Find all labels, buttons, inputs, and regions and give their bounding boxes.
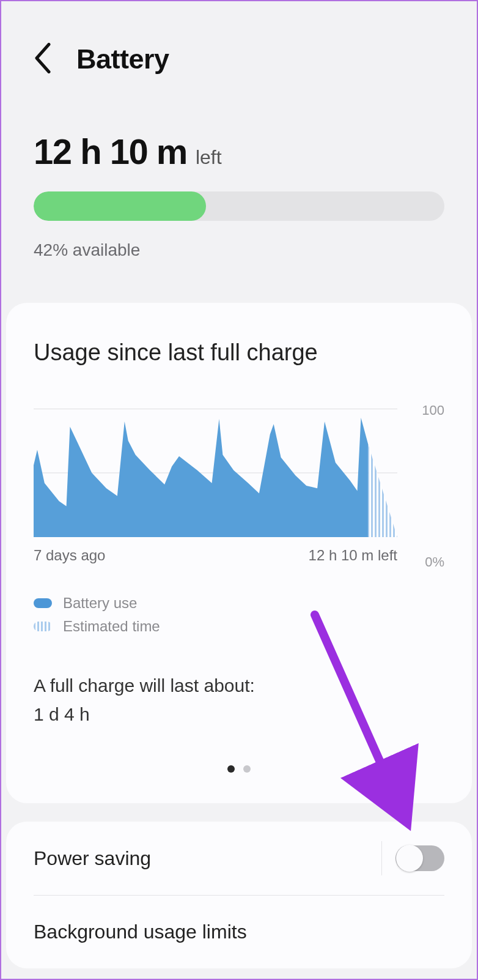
time-left-suffix: left <box>196 146 222 169</box>
time-left-value: 12 h 10 m <box>34 131 187 172</box>
battery-summary: 12 h 10 m left 42% available <box>0 94 478 303</box>
usage-card: Usage since last full charge 100 0% 7 da… <box>6 303 472 803</box>
power-saving-row[interactable]: Power saving <box>34 822 444 895</box>
percent-available: 42% available <box>34 240 444 260</box>
usage-chart-svg <box>34 409 397 537</box>
power-saving-label: Power saving <box>34 847 151 870</box>
time-left: 12 h 10 m left <box>34 131 444 172</box>
battery-progress-fill <box>34 191 206 221</box>
xaxis-left-label: 7 days ago <box>34 547 105 564</box>
full-charge-estimate: A full charge will last about: 1 d 4 h <box>34 672 444 729</box>
pager-dots[interactable] <box>34 765 444 773</box>
settings-list: Power saving Background usage limits <box>6 822 472 968</box>
toggle-knob <box>396 845 423 872</box>
svg-marker-6 <box>368 445 397 537</box>
usage-chart[interactable]: 100 0% 7 days ago 12 h 10 m left <box>34 409 444 564</box>
battery-progress <box>34 191 444 221</box>
legend-battery-use: Battery use <box>34 595 444 612</box>
xaxis-right-label: 12 h 10 m left <box>309 547 397 564</box>
pager-dot[interactable] <box>227 765 235 773</box>
page-title: Battery <box>76 43 169 75</box>
background-usage-limits-label: Background usage limits <box>34 921 247 943</box>
usage-card-title: Usage since last full charge <box>34 340 444 366</box>
pager-dot[interactable] <box>243 765 251 773</box>
xaxis: 7 days ago 12 h 10 m left <box>34 547 397 564</box>
legend-swatch-hatch <box>34 622 52 631</box>
back-icon[interactable] <box>34 43 52 76</box>
power-saving-toggle[interactable] <box>395 845 444 871</box>
header: Battery <box>0 0 478 94</box>
yaxis-bottom-label: 0% <box>425 554 444 570</box>
legend-estimated: Estimated time <box>34 618 444 635</box>
background-usage-limits-row[interactable]: Background usage limits <box>34 895 444 968</box>
chart-legend: Battery use Estimated time <box>34 595 444 635</box>
legend-swatch-solid <box>34 598 52 608</box>
svg-marker-5 <box>34 418 368 537</box>
